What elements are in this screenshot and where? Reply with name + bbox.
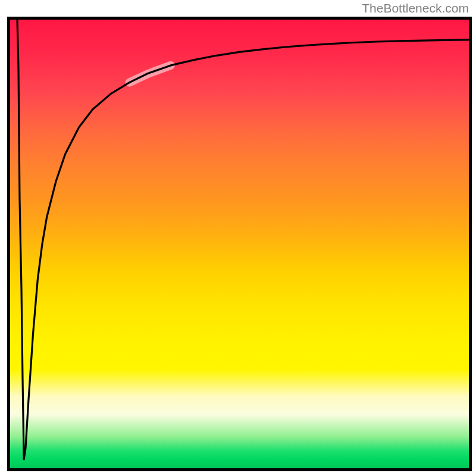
bottleneck-curve: [17, 20, 469, 459]
chart-container: TheBottleneck.com: [0, 0, 476, 476]
curve-svg: [10, 20, 469, 468]
plot-area: [7, 17, 472, 471]
watermark-text: TheBottleneck.com: [362, 1, 469, 15]
